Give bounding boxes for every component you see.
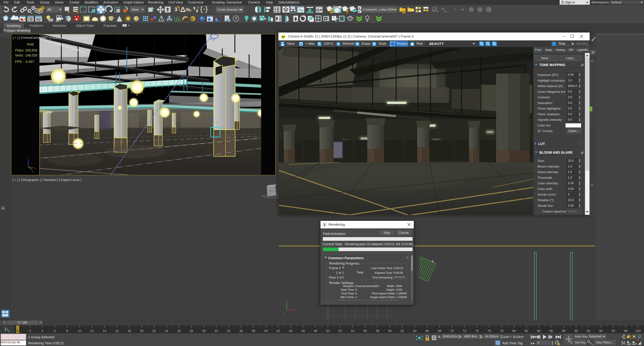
svg-text:16: 16	[115, 329, 118, 333]
svg-text:HF: HF	[184, 18, 187, 21]
svg-text:0: 0	[17, 329, 18, 333]
svg-text:3: 3	[174, 6, 178, 12]
svg-text:80: 80	[512, 329, 516, 333]
svg-text:Polys:: Polys:	[15, 48, 24, 52]
svg-text:26: 26	[177, 329, 180, 333]
svg-text:[ + ] [ CoronaCamera007 ] [ St: [ + ] [ CoronaCamera007 ] [ Standard ] […	[13, 36, 90, 39]
svg-text:58: 58	[376, 329, 379, 333]
svg-text:98: 98	[624, 329, 628, 333]
svg-text:y: y	[32, 170, 34, 173]
svg-text:20: 20	[140, 329, 144, 333]
svg-text:x: x	[218, 121, 220, 124]
svg-text:?: ?	[184, 9, 186, 12]
svg-text:52: 52	[338, 329, 342, 333]
svg-text:68: 68	[438, 329, 441, 333]
svg-text:72: 72	[462, 329, 466, 333]
svg-text:oo: oo	[66, 16, 68, 18]
svg-text:96: 96	[612, 329, 615, 333]
svg-text:22: 22	[152, 329, 156, 333]
svg-text:FPS:: FPS:	[15, 60, 22, 63]
svg-text:4: 4	[42, 329, 44, 333]
svg-text:%: %	[186, 7, 190, 12]
svg-text:y: y	[216, 120, 218, 123]
svg-text:x: x	[296, 309, 297, 312]
svg-text:32: 32	[214, 329, 218, 333]
svg-text:3: 3	[323, 223, 325, 227]
svg-text:100: 100	[636, 329, 641, 333]
svg-text:12: 12	[90, 329, 94, 333]
svg-text:60: 60	[388, 329, 392, 333]
svg-text:88: 88	[562, 329, 565, 333]
svg-text:40: 40	[264, 329, 268, 333]
svg-text:Total: Total	[26, 42, 34, 46]
svg-text:46: 46	[301, 329, 305, 333]
svg-text:?: ?	[235, 16, 238, 21]
svg-text:18: 18	[128, 329, 131, 333]
svg-text:All: All	[47, 8, 51, 11]
svg-text:76: 76	[487, 329, 491, 333]
svg-text:10: 10	[78, 329, 81, 333]
svg-text:36: 36	[239, 329, 243, 333]
svg-text:70: 70	[450, 329, 454, 333]
svg-text:146,028: 146,028	[25, 53, 37, 57]
svg-text:z: z	[284, 311, 285, 314]
svg-text:78: 78	[500, 329, 503, 333]
svg-text:z: z	[28, 156, 29, 159]
svg-text:94: 94	[599, 329, 603, 333]
svg-text:0.457: 0.457	[26, 60, 34, 63]
svg-text:56: 56	[363, 329, 367, 333]
svg-text:?: ?	[203, 8, 205, 11]
svg-text:30: 30	[202, 329, 206, 333]
svg-text:48: 48	[314, 329, 317, 333]
svg-text:38: 38	[252, 329, 255, 333]
svg-text:84: 84	[537, 329, 541, 333]
svg-text:8: 8	[66, 329, 68, 333]
svg-text:66: 66	[425, 329, 429, 333]
svg-text:44: 44	[289, 329, 292, 333]
svg-text:34: 34	[227, 329, 230, 333]
svg-text:193,626: 193,626	[25, 48, 37, 52]
svg-text:View: View	[131, 8, 139, 11]
svg-text:82: 82	[524, 329, 528, 333]
svg-text:14: 14	[103, 329, 106, 333]
svg-text:92: 92	[587, 329, 590, 333]
svg-text:0x: 0x	[191, 17, 194, 20]
svg-text:42: 42	[276, 329, 280, 333]
svg-text:54: 54	[351, 329, 354, 333]
svg-text:x: x	[34, 167, 36, 170]
svg-text:86: 86	[550, 329, 553, 333]
svg-text:62: 62	[400, 329, 404, 333]
svg-text:Sign In: Sign In	[565, 0, 575, 4]
svg-text:28: 28	[190, 329, 193, 333]
svg-text:2: 2	[29, 329, 31, 333]
svg-text:L: L	[214, 120, 215, 123]
svg-text:?: ?	[178, 8, 180, 12]
svg-text:50: 50	[326, 329, 330, 333]
svg-text:Verts:: Verts:	[15, 53, 24, 57]
svg-text:6: 6	[54, 329, 56, 333]
svg-text:?: ?	[190, 9, 192, 12]
svg-text:74: 74	[475, 329, 479, 333]
svg-text:90: 90	[574, 329, 578, 333]
svg-text:64: 64	[413, 329, 416, 333]
svg-text:BACK: BACK	[269, 190, 276, 193]
svg-text:24: 24	[165, 329, 168, 333]
svg-text:y: y	[286, 300, 287, 303]
